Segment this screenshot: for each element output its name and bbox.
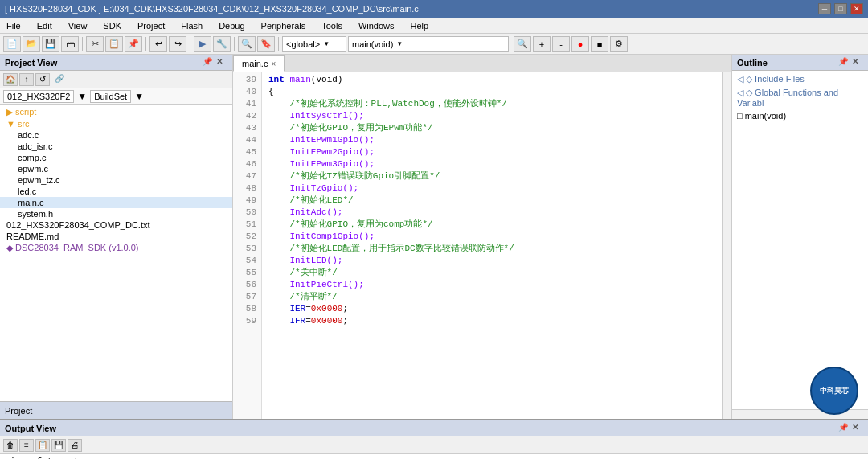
code-line: /*初始化TZ错误联防Gpio引脚配置*/ xyxy=(268,170,715,182)
output-content: size of target: text data bss dec hex fi… xyxy=(0,454,868,459)
global-dropdown[interactable]: <global> ▼ xyxy=(282,36,346,52)
project-panel-header: Project View 📌 ✕ xyxy=(0,55,232,71)
redo-button[interactable]: ↪ xyxy=(169,36,186,52)
title-bar: [ HXS320F28034_CDK ] E:\034_CDK\HXS320F2… xyxy=(0,0,868,18)
menu-item-file[interactable]: File xyxy=(3,20,24,31)
function-dropdown[interactable]: main(void) ▼ xyxy=(348,36,509,52)
logo-text: 中科昊芯 xyxy=(820,386,849,396)
output-clear-button[interactable]: 🗑 xyxy=(3,439,18,452)
menu-item-tools[interactable]: Tools xyxy=(318,20,346,31)
project-tree-item[interactable]: ▼ src xyxy=(0,118,232,129)
menu-item-help[interactable]: Help xyxy=(407,20,432,31)
menu-item-flash[interactable]: Flash xyxy=(178,20,206,31)
project-tree-item[interactable]: 012_HXS320F28034_COMP_DC.txt xyxy=(0,219,232,231)
project-tree-item[interactable]: README.md xyxy=(0,231,232,242)
minimize-button[interactable]: ─ xyxy=(818,3,831,14)
project-name-dropdown[interactable]: 012_HXS320F2 xyxy=(3,90,74,103)
paste-button[interactable]: 📌 xyxy=(125,36,142,52)
bookmark-button[interactable]: 🔖 xyxy=(257,36,275,52)
global-dropdown-label: <global> xyxy=(286,39,320,49)
line-number: 57 xyxy=(238,291,256,303)
menu-item-debug[interactable]: Debug xyxy=(215,20,248,31)
project-tree-item[interactable]: adc.c xyxy=(0,129,232,141)
menu-item-sdk[interactable]: SDK xyxy=(100,20,125,31)
editor-tabs: main.c × xyxy=(233,55,731,72)
maximize-button[interactable]: □ xyxy=(834,3,847,14)
project-tree-item[interactable]: comp.c xyxy=(0,152,232,163)
proj-up-button[interactable]: ↑ xyxy=(19,73,34,86)
project-toolbar: 🏠 ↑ ↺ 🔗 xyxy=(0,71,232,88)
function-dropdown-label: main(void) xyxy=(352,39,393,49)
project-tree-item[interactable]: ◆ DSC28034_RAM_SDK (v1.0.0) xyxy=(0,242,232,254)
project-selector: 012_HXS320F2 ▼ BuildSet ▼ xyxy=(0,88,232,105)
code-line: InitLED(); xyxy=(268,255,715,267)
tree-item-label: 012_HXS320F28034_COMP_DC.txt xyxy=(6,220,150,230)
find-button[interactable]: 🔍 xyxy=(514,36,531,52)
save-button[interactable]: 💾 xyxy=(42,36,59,52)
copy-button[interactable]: 📋 xyxy=(105,36,123,52)
zoom-out-button[interactable]: - xyxy=(552,36,570,52)
outline-item-2[interactable]: □ main(void) xyxy=(732,109,868,122)
output-panel-header: Output View 📌 ✕ xyxy=(0,420,868,436)
line-number: 51 xyxy=(238,219,256,231)
project-pin-button[interactable]: 📌 xyxy=(203,57,214,68)
open-file-button[interactable]: 📂 xyxy=(23,36,40,52)
toolbar-sep-3 xyxy=(190,37,190,51)
proj-refresh-button[interactable]: ↺ xyxy=(35,73,50,86)
project-tree-item[interactable]: main.c xyxy=(0,197,232,208)
code-line: IFR=0x0000; xyxy=(268,315,715,327)
project-tree-item[interactable]: adc_isr.c xyxy=(0,141,232,152)
outline-item-label: ◁ ◇ Global Functions and Variabl xyxy=(737,88,863,108)
outline-item-1[interactable]: ◁ ◇ Global Functions and Variabl xyxy=(732,86,868,109)
project-tree-item[interactable]: ▶ script xyxy=(0,106,232,118)
editor-tab-close[interactable]: × xyxy=(271,59,276,68)
record-button[interactable]: ● xyxy=(571,36,589,52)
code-line: IER=0x0000; xyxy=(268,303,715,315)
stop-button[interactable]: ■ xyxy=(591,36,608,52)
project-tree-item[interactable]: system.h xyxy=(0,208,232,219)
search-button[interactable]: 🔍 xyxy=(238,36,256,52)
output-close-button[interactable]: ✕ xyxy=(852,423,863,434)
menu-item-windows[interactable]: Windows xyxy=(355,20,398,31)
menu-item-project[interactable]: Project xyxy=(134,20,168,31)
line-number: 58 xyxy=(238,303,256,315)
project-tree-item[interactable]: led.c xyxy=(0,186,232,197)
output-save-button[interactable]: 💾 xyxy=(51,439,66,452)
build-button[interactable]: ▶ xyxy=(194,36,211,52)
vertical-scrollbar[interactable] xyxy=(722,72,731,419)
outline-item-0[interactable]: ◁ ◇ Include Files xyxy=(732,72,868,86)
tree-item-label: adc_isr.c xyxy=(18,141,52,151)
project-close-button[interactable]: ✕ xyxy=(216,57,227,68)
project-tree-item[interactable]: epwm.c xyxy=(0,163,232,174)
output-filter-button[interactable]: ≡ xyxy=(19,439,34,452)
output-pin-button[interactable]: 📌 xyxy=(838,423,850,434)
debug-button[interactable]: 🔧 xyxy=(213,36,231,52)
menu-item-view[interactable]: View xyxy=(65,20,91,31)
output-copy-button[interactable]: 📋 xyxy=(35,439,50,452)
editor-tab-main-c[interactable]: main.c × xyxy=(233,55,285,72)
outline-close-button[interactable]: ✕ xyxy=(852,57,863,68)
save-all-button[interactable]: 🗃 xyxy=(61,36,79,52)
line-number: 42 xyxy=(238,110,256,122)
close-button[interactable]: ✕ xyxy=(850,3,863,14)
build-set-dropdown[interactable]: BuildSet xyxy=(90,90,131,103)
menu-item-edit[interactable]: Edit xyxy=(34,20,55,31)
proj-home-button[interactable]: 🏠 xyxy=(3,73,18,86)
line-number: 56 xyxy=(238,279,256,291)
output-print-button[interactable]: 🖨 xyxy=(68,439,82,452)
zoom-in-button[interactable]: + xyxy=(533,36,551,52)
outline-panel-header: Outline 📌 ✕ xyxy=(732,55,868,71)
outline-content: ◁ ◇ Include Files◁ ◇ Global Functions an… xyxy=(732,71,868,409)
settings-button[interactable]: ⚙ xyxy=(610,36,628,52)
code-content[interactable]: int main(void){ /*初始化系统控制：PLL,WatchDog，使… xyxy=(262,72,722,419)
project-tree-item[interactable]: epwm_tz.c xyxy=(0,174,232,186)
proj-link-button[interactable]: 🔗 xyxy=(55,74,66,85)
new-file-button[interactable]: 📄 xyxy=(3,36,21,52)
undo-button[interactable]: ↩ xyxy=(149,36,167,52)
menu-item-peripherals[interactable]: Peripherals xyxy=(258,20,309,31)
project-tree: ▶ script▼ srcadc.cadc_isr.ccomp.cepwm.ce… xyxy=(0,105,232,401)
code-line: InitEPwm3Gpio(); xyxy=(268,158,715,170)
cut-button[interactable]: ✂ xyxy=(86,36,104,52)
output-area: Output View 📌 ✕ 🗑 ≡ 📋 💾 🖨 size of target… xyxy=(0,419,868,459)
outline-pin-button[interactable]: 📌 xyxy=(838,57,850,68)
